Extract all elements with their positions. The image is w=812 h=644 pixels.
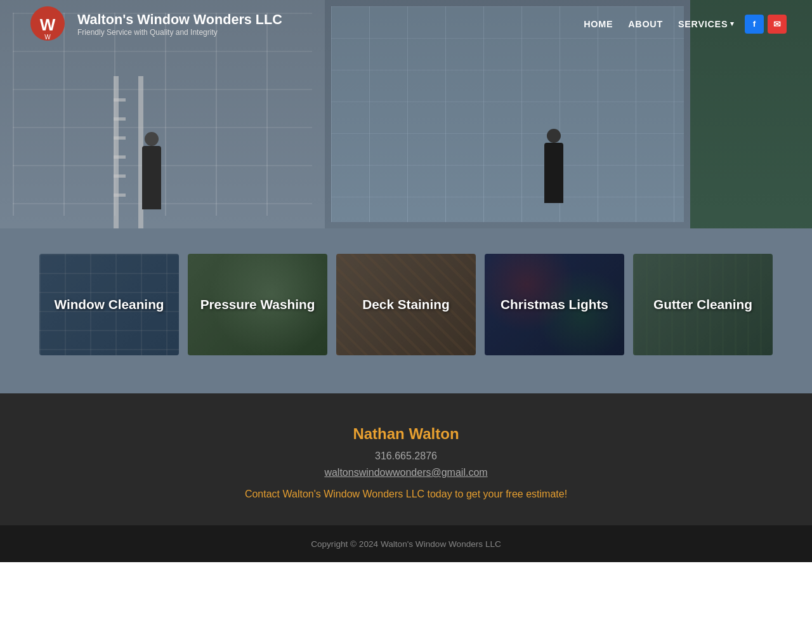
brand-tagline: Friendly Service with Quality and Integr… bbox=[77, 28, 282, 37]
service-card-window-cleaning[interactable]: Window Cleaning bbox=[39, 254, 179, 355]
service-card-label-window-cleaning: Window Cleaning bbox=[39, 254, 179, 355]
ladder-rung-4 bbox=[114, 155, 126, 159]
service-card-deck-staining[interactable]: Deck Staining bbox=[336, 254, 476, 355]
contact-email[interactable]: waltonswindowwonders@gmail.com bbox=[324, 467, 487, 478]
service-card-label-pressure-washing: Pressure Washing bbox=[188, 254, 327, 355]
nav-services[interactable]: SERVICES ▾ bbox=[678, 19, 735, 29]
services-grid: Window CleaningPressure WashingDeck Stai… bbox=[19, 254, 793, 355]
worker-1-head bbox=[145, 132, 159, 146]
services-section: Window CleaningPressure WashingDeck Stai… bbox=[0, 228, 812, 393]
main-nav: HOME ABOUT SERVICES ▾ bbox=[584, 19, 735, 29]
brand-name: Walton's Window Wonders LLC bbox=[77, 11, 282, 28]
footer: Copyright © 2024 Walton's Window Wonders… bbox=[0, 525, 812, 562]
worker-1-body bbox=[142, 146, 161, 209]
contact-phone: 316.665.2876 bbox=[13, 450, 799, 462]
service-card-gutter-cleaning[interactable]: Gutter Cleaning bbox=[633, 254, 773, 355]
nav-home[interactable]: HOME bbox=[584, 19, 613, 29]
logo-text-block: Walton's Window Wonders LLC Friendly Ser… bbox=[77, 11, 282, 37]
service-card-christmas-lights[interactable]: Christmas Lights bbox=[485, 254, 624, 355]
footer-copyright: Copyright © 2024 Walton's Window Wonders… bbox=[311, 539, 501, 549]
worker-2-body bbox=[544, 143, 563, 203]
ladder-rung-3 bbox=[114, 136, 126, 140]
chevron-down-icon: ▾ bbox=[730, 20, 735, 28]
svg-text:W: W bbox=[40, 15, 56, 34]
logo-area[interactable]: W W Walton's Window Wonders LLC Friendly… bbox=[25, 6, 584, 41]
worker-2-head bbox=[547, 129, 561, 143]
ladder-rung-2 bbox=[114, 117, 126, 121]
service-card-label-gutter-cleaning: Gutter Cleaning bbox=[633, 254, 773, 355]
contact-section: Nathan Walton 316.665.2876 waltonswindow… bbox=[0, 393, 812, 525]
svg-text:W: W bbox=[44, 34, 51, 41]
social-icons: f ✉ bbox=[745, 15, 787, 34]
service-card-pressure-washing[interactable]: Pressure Washing bbox=[188, 254, 327, 355]
service-card-label-christmas-lights: Christmas Lights bbox=[485, 254, 624, 355]
ladder-rung-1 bbox=[114, 98, 126, 102]
nav-about[interactable]: ABOUT bbox=[628, 19, 663, 29]
contact-name: Nathan Walton bbox=[13, 425, 799, 443]
ladder-rung-5 bbox=[114, 174, 126, 178]
email-button[interactable]: ✉ bbox=[768, 15, 787, 34]
ladder-rung-6 bbox=[114, 194, 126, 197]
logo-icon: W W bbox=[25, 6, 70, 41]
facebook-button[interactable]: f bbox=[745, 15, 764, 34]
contact-cta: Contact Walton's Window Wonders LLC toda… bbox=[13, 489, 799, 500]
service-card-label-deck-staining: Deck Staining bbox=[336, 254, 476, 355]
